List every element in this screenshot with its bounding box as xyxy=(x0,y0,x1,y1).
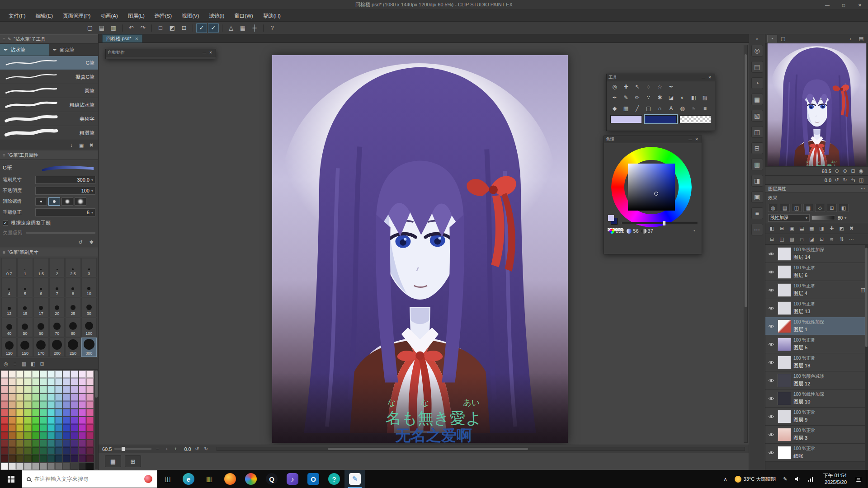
color-swatch[interactable] xyxy=(40,424,47,432)
color-swatch[interactable] xyxy=(79,447,86,455)
color-swatch[interactable] xyxy=(47,417,55,424)
volume-icon[interactable] xyxy=(791,470,804,488)
color-swatch[interactable] xyxy=(9,409,16,416)
taskbar-app-clipstudio[interactable]: ✎ xyxy=(344,470,365,488)
brush-size-cell[interactable]: 170 xyxy=(33,338,49,357)
brush-size-cell[interactable]: 40 xyxy=(1,318,17,337)
图层 4[interactable]: 100 %正常 图层 4 ◫ xyxy=(765,281,868,299)
separator[interactable] xyxy=(122,24,123,32)
titlebar[interactable]: 回棉楼.psd* (1080 x 1440px 1200dpi 60.5%) -… xyxy=(0,0,868,10)
selection-border-icon[interactable]: ⊡ xyxy=(179,23,189,33)
color-swatch[interactable] xyxy=(32,394,39,401)
color-swatch[interactable] xyxy=(55,463,62,470)
lock-transparent-icon[interactable]: □ xyxy=(797,235,807,244)
antialias-strong-button[interactable] xyxy=(75,197,86,206)
saturation-value-square[interactable] xyxy=(628,164,675,211)
pen-settings-icon[interactable]: ✎ xyxy=(780,470,790,488)
color-swatch[interactable] xyxy=(55,455,62,462)
color-swatch[interactable] xyxy=(1,371,8,378)
color-set-panel-icon[interactable]: ▦ xyxy=(751,94,763,105)
color-swatch[interactable] xyxy=(79,371,86,378)
value-slider[interactable] xyxy=(621,222,698,224)
color-swatch[interactable] xyxy=(86,401,94,408)
mask-effect-icon[interactable]: ◧ xyxy=(839,204,849,212)
rotate-left-icon[interactable]: ↺ xyxy=(833,177,841,184)
brush-size-cell[interactable]: 200 xyxy=(49,338,65,357)
close-icon[interactable]: ✕ xyxy=(693,137,700,142)
brush-size-cell[interactable]: 8 xyxy=(65,278,80,297)
visibility-eye-icon[interactable] xyxy=(767,288,775,292)
zoom-slider[interactable] xyxy=(114,448,151,450)
brush-size-cell[interactable]: 30 xyxy=(81,298,97,317)
flip-horizontal-icon[interactable]: ◫ xyxy=(857,177,865,184)
save-file-icon[interactable]: ▥ xyxy=(108,23,119,33)
antialias-none-button[interactable] xyxy=(35,197,47,206)
color-swatch[interactable] xyxy=(40,447,47,455)
color-swatch[interactable] xyxy=(9,386,16,393)
color-swatch[interactable] xyxy=(16,386,24,393)
mask-layer-icon[interactable]: ◨ xyxy=(817,224,826,233)
color-swatch[interactable] xyxy=(32,417,39,424)
visibility-eye-icon[interactable] xyxy=(767,432,775,437)
fill-tool[interactable]: ◧ xyxy=(689,93,699,102)
separator[interactable] xyxy=(222,24,222,32)
curve-tool[interactable]: ∩ xyxy=(655,104,665,113)
dock-collapse-icon[interactable]: ‹ xyxy=(845,35,855,42)
transfer-layer-icon[interactable]: ⬓ xyxy=(797,224,807,233)
color-swatch[interactable] xyxy=(1,394,8,401)
decoration-tool[interactable]: ✱ xyxy=(655,93,665,102)
chevron-down-icon[interactable]: ▾ xyxy=(844,216,846,220)
color-swatch[interactable] xyxy=(86,394,94,401)
color-swatch[interactable] xyxy=(32,401,39,408)
draft-layer-icon[interactable]: ▤ xyxy=(787,235,797,244)
text-tool[interactable]: A xyxy=(666,104,676,113)
snap-special-toggle-icon[interactable]: ✓ xyxy=(208,23,219,33)
crosshair-icon[interactable]: ┼ xyxy=(249,23,260,33)
drawing-color-chip[interactable] xyxy=(645,115,676,123)
stabilization-input[interactable]: 6 ▾ xyxy=(35,208,95,216)
color-swatch[interactable] xyxy=(24,394,31,401)
brush-size-panel-header[interactable]: ≡ "G筆"筆刷尺寸 xyxy=(0,248,98,257)
workspace-switch-button[interactable]: ⊞ xyxy=(125,455,141,467)
menubar-item[interactable]: 图层(L) xyxy=(123,10,150,22)
search-input[interactable] xyxy=(34,476,141,482)
layer-name[interactable]: 图层 9 xyxy=(793,417,866,423)
show-all-panels-button[interactable]: ▦ xyxy=(105,455,121,467)
color-swatch[interactable] xyxy=(1,378,8,385)
zoom-reset-button[interactable]: ▫ xyxy=(163,446,170,452)
visibility-eye-icon[interactable] xyxy=(767,324,775,328)
quick-access-panel-icon[interactable]: ◎ xyxy=(751,45,763,56)
rotate-right-icon[interactable]: ↻ xyxy=(841,177,849,184)
selection-tool[interactable]: ◌ xyxy=(643,82,654,91)
document-tab[interactable]: 回棉楼.psd* ✕ xyxy=(102,34,142,42)
zoom-out-button[interactable]: − xyxy=(154,446,160,452)
brush-item[interactable]: 擬真G筆 xyxy=(0,70,98,84)
chevron-down-icon[interactable]: ▾ xyxy=(91,189,93,193)
color-swatch[interactable] xyxy=(63,417,70,424)
color-swatch[interactable] xyxy=(24,401,31,408)
taskbar-app-media[interactable]: ♪ xyxy=(282,470,303,488)
move-tool[interactable]: ✚ xyxy=(621,82,631,91)
brush-item[interactable]: 粗澀筆 xyxy=(0,126,98,140)
color-swatch[interactable] xyxy=(47,409,55,416)
taskbar-app-taskview[interactable]: ◫ xyxy=(157,470,178,488)
color-swatch[interactable] xyxy=(79,417,86,424)
color-swatch[interactable] xyxy=(9,417,16,424)
minimize-icon[interactable]: — xyxy=(201,50,208,56)
color-swatch[interactable] xyxy=(9,447,16,455)
color-swatch[interactable] xyxy=(79,455,86,462)
color-swatch[interactable] xyxy=(47,455,55,462)
color-swatch[interactable] xyxy=(9,394,16,401)
color-swatch[interactable] xyxy=(63,371,70,378)
operation-tool[interactable]: ↖ xyxy=(632,82,642,91)
visibility-eye-icon[interactable] xyxy=(767,450,775,455)
delete-layer-icon[interactable]: ✖ xyxy=(847,224,856,233)
delete-subtool-icon[interactable]: ✖ xyxy=(87,141,95,149)
layer-thumbnail[interactable] xyxy=(778,283,791,297)
color-swatch[interactable] xyxy=(71,394,78,401)
taskbar-search[interactable] xyxy=(22,470,157,488)
color-swatch[interactable] xyxy=(79,386,86,393)
color-swatch[interactable] xyxy=(32,455,39,462)
blend-tool[interactable]: ◐ xyxy=(677,93,688,102)
color-swatch[interactable] xyxy=(79,378,86,385)
